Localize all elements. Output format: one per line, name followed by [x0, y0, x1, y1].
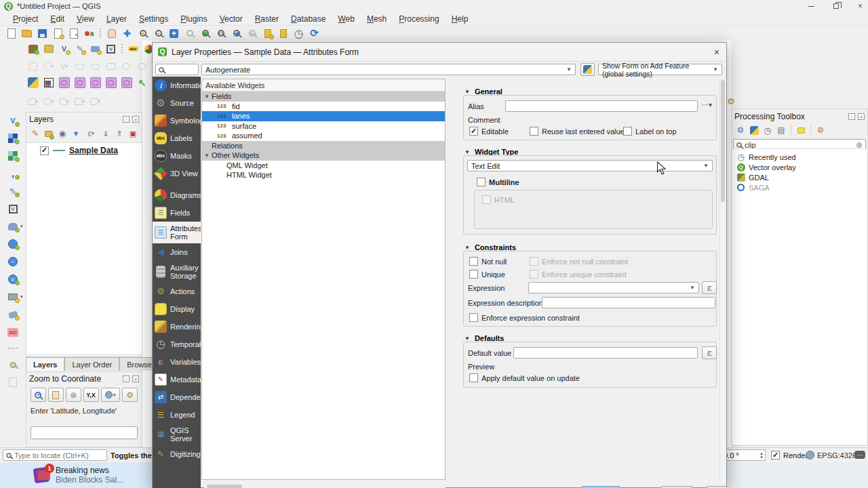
paste-coordinate-button[interactable]	[48, 388, 64, 402]
add-wfs-layer-icon[interactable]: V	[6, 272, 20, 286]
tree-group-other-widgets[interactable]: ▼Other Widgets	[202, 150, 445, 161]
not-null-checkbox[interactable]	[469, 257, 478, 266]
alias-input[interactable]	[505, 100, 698, 112]
add-wcs-layer-icon[interactable]: −	[6, 255, 20, 268]
sidebar-item-joins[interactable]: Joins	[153, 243, 201, 261]
add-postgis-layers-icon[interactable]: ▾	[6, 220, 20, 233]
default-value-input[interactable]	[513, 347, 698, 359]
notification-toast[interactable]: 1 Breaking news Biden Blocks Sal...	[0, 462, 152, 488]
map-tips-icon[interactable]	[6, 375, 20, 389]
menu-edit[interactable]: Edit	[44, 13, 71, 25]
new-geopackage-icon[interactable]	[41, 42, 56, 56]
zoom-native-icon[interactable]: 1:1	[214, 26, 228, 40]
form-layout-combo[interactable]: Autogenerate▼	[201, 64, 576, 75]
zoom-last-icon[interactable]: ◀	[229, 26, 243, 40]
layer-row[interactable]: Sample Data	[26, 143, 142, 155]
show-bookmarks-icon[interactable]	[276, 26, 290, 40]
processing-history-icon[interactable]: ◷	[762, 123, 774, 137]
alias-override-button[interactable]: ⋯▾	[702, 101, 712, 108]
manage-map-themes-icon[interactable]: ◉	[56, 127, 68, 140]
menu-help[interactable]: Help	[446, 13, 475, 25]
zoom-in-icon[interactable]: +	[136, 26, 150, 40]
scrollbar-thumb[interactable]	[207, 485, 242, 488]
collapse-arrow-icon[interactable]: ▼	[202, 152, 212, 159]
menu-raster[interactable]: Raster	[249, 13, 285, 25]
restore-icon[interactable]	[833, 3, 839, 9]
zoom-next-icon[interactable]: ▶	[245, 26, 259, 40]
tree-item-assumed[interactable]: 123assumed	[202, 131, 445, 141]
new-shapefile-icon[interactable]: V	[57, 42, 71, 56]
new-bookmark-icon[interactable]	[260, 26, 275, 40]
settings-wrench-button[interactable]: ⚙	[122, 388, 138, 402]
add-arcgis-layer-icon[interactable]: AD	[6, 325, 20, 339]
add-mesh-layer-icon[interactable]	[6, 149, 20, 163]
sidebar-item-diagrams[interactable]: Diagrams	[153, 186, 201, 204]
sidebar-item-metadata[interactable]: Metadata	[153, 371, 201, 388]
plugin-icon-2[interactable]	[73, 76, 87, 89]
collapse-arrow-icon[interactable]: ▼	[202, 94, 212, 100]
tree-item-qml-widget[interactable]: QML Widget	[202, 161, 445, 171]
new-spatialite-icon[interactable]: ✎	[73, 42, 87, 56]
north-arrow-icon[interactable]: ↖	[135, 76, 149, 89]
zoom-to-layer-icon[interactable]: ▣	[198, 26, 212, 40]
coordinate-input[interactable]	[31, 426, 138, 439]
new-project-icon[interactable]	[4, 26, 18, 40]
tree-item-fid[interactable]: 123fid	[202, 102, 445, 112]
label-toolbar-icon[interactable]: abc	[126, 42, 140, 56]
processing-search-input[interactable]	[745, 141, 853, 149]
zoom-to-selection-icon[interactable]	[182, 26, 197, 40]
undock-panel-icon[interactable]: ▫	[123, 116, 130, 123]
add-virtual-layer-icon[interactable]: V	[6, 202, 20, 216]
remove-layer-icon[interactable]: ▣	[127, 127, 139, 140]
sidebar-item-fields[interactable]: Fields	[153, 204, 201, 222]
editable-checkbox[interactable]	[469, 127, 478, 136]
crs-label[interactable]: EPSG:4326	[817, 451, 856, 460]
add-raster-layer-icon[interactable]	[6, 131, 20, 145]
plugin-icon-3[interactable]	[88, 76, 102, 89]
multiline-checkbox[interactable]	[477, 178, 486, 186]
menu-processing[interactable]: Processing	[393, 13, 445, 25]
close-icon[interactable]: ×	[858, 1, 863, 11]
sidebar-item-qgis-server[interactable]: QGIS Server	[153, 424, 201, 445]
dialog-titlebar[interactable]: Q Layer Properties — Sample Data — Attri…	[153, 43, 726, 62]
tree-item-html-widget[interactable]: HTML Widget	[202, 170, 445, 180]
layer-name[interactable]: Sample Data	[69, 146, 118, 155]
close-panel-icon[interactable]: ×	[132, 375, 139, 382]
plugin-icon-5[interactable]	[119, 76, 134, 89]
menu-project[interactable]: Project	[7, 13, 44, 25]
apply-on-update-row[interactable]: Apply default value on update	[469, 373, 580, 382]
python-console-icon[interactable]	[26, 76, 40, 89]
enforce-expression-row[interactable]: Enforce expression constraint	[469, 313, 580, 322]
expression-description-input[interactable]	[542, 297, 715, 308]
add-wms-layer-icon[interactable]	[6, 237, 20, 251]
filter-legend-icon[interactable]: ▼	[70, 127, 82, 140]
locate-input[interactable]	[14, 451, 94, 460]
spin-down-icon[interactable]: ▼	[760, 455, 764, 460]
sidebar-item-auxiliary-storage[interactable]: Auxiliary Storage	[153, 261, 201, 283]
new-mesh-icon[interactable]: V	[104, 42, 118, 56]
menu-plugins[interactable]: Plugins	[174, 13, 213, 25]
processing-model-icon[interactable]: ⚙	[734, 123, 747, 137]
expression-combo[interactable]: ▼	[528, 282, 699, 293]
sidebar-item-3d-view[interactable]: 3D View	[153, 165, 201, 182]
default-expression-button[interactable]: ε	[702, 346, 717, 359]
python-init-button[interactable]	[580, 63, 595, 76]
unique-checkbox[interactable]	[469, 270, 478, 279]
open-style-manager-icon[interactable]: ✎	[29, 127, 41, 140]
sidebar-item-dependencies[interactable]: Dependencies	[153, 388, 201, 406]
open-project-icon[interactable]	[20, 26, 34, 40]
datasource-manager-icon[interactable]: V	[6, 114, 20, 127]
new-virtual-layer-icon[interactable]	[88, 42, 102, 56]
sidebar-item-source[interactable]: Source	[153, 94, 201, 112]
tab-layer-order[interactable]: Layer Order	[64, 357, 119, 371]
sidebar-item-masks[interactable]: Masks	[153, 147, 201, 165]
tree-item-surface[interactable]: 123surface	[202, 121, 445, 131]
processing-group-vector-overlay[interactable]: Q Vector overlay	[732, 162, 867, 172]
select-features-icon[interactable]: ▦	[41, 76, 56, 89]
tree-group-relations[interactable]: Relations	[202, 141, 445, 151]
sidebar-item-rendering[interactable]: Rendering	[153, 318, 201, 336]
horizontal-scrollbar[interactable]	[204, 484, 446, 488]
expression-builder-button[interactable]: ε	[702, 281, 717, 294]
collapse-all-icon[interactable]: ⇑	[113, 127, 125, 140]
processing-group-gdal[interactable]: GDAL	[732, 172, 867, 182]
